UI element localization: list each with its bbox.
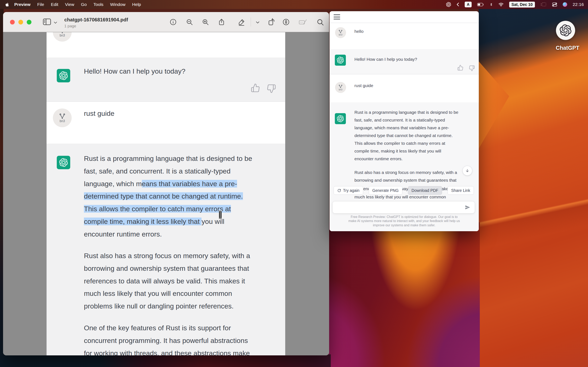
search-icon[interactable] [316, 18, 324, 26]
share-link-button[interactable]: Share Link [448, 186, 474, 195]
user-prompt-text: rust guide [84, 109, 114, 118]
answer-line: borrowing and ownership system that guar… [355, 177, 457, 183]
answer-line: Rust also has a strong focus on memory s… [84, 251, 250, 260]
openai-status-icon[interactable] [446, 2, 451, 7]
svg-text:bn3: bn3 [60, 34, 65, 37]
menu-go[interactable]: Go [81, 2, 87, 7]
openai-avatar [335, 113, 346, 124]
zoom-out-icon[interactable] [186, 18, 193, 26]
message-input[interactable] [333, 201, 475, 213]
share-icon[interactable] [218, 18, 225, 26]
control-center-icon[interactable] [552, 2, 557, 7]
wallpaper-ridge [479, 159, 588, 285]
assistant-greeting-text: Hello! How can I help you today? [355, 56, 417, 62]
assistant-greeting-text: Hello! How can I help you today? [84, 67, 185, 76]
zoom-in-icon[interactable] [202, 18, 209, 26]
date-badge[interactable]: Sat, Dec 10 [509, 2, 535, 8]
row-divider [329, 74, 479, 75]
answer-line: fast, safe, and concurrent. It is a stat… [355, 117, 445, 123]
zoom-button[interactable] [27, 20, 31, 25]
bluetooth-icon[interactable] [490, 2, 493, 7]
row-divider [47, 101, 285, 102]
chatgpt-logo-icon [556, 21, 575, 40]
pdf-viewport: bn3 Hello! How can I help you today? [3, 32, 329, 355]
answer-line: This allows the compiler to catch many e… [355, 140, 445, 146]
refresh-icon [337, 189, 341, 192]
menu-view[interactable]: View [65, 2, 74, 7]
user-avatar: bn3 [335, 82, 346, 93]
answer-line: compile time, making it less likely that… [84, 217, 224, 226]
answer-line: problems like null or dangling pointer r… [84, 301, 233, 310]
download-pdf-button[interactable]: Download PDF [408, 186, 442, 195]
menu-help[interactable]: Help [132, 2, 141, 7]
thumbs-down-icon [267, 84, 276, 94]
info-icon[interactable] [169, 18, 177, 26]
apple-menu-icon[interactable] [5, 2, 9, 7]
menu-window[interactable]: Window [110, 2, 126, 7]
sidebar-chevron-down-icon[interactable] [54, 21, 57, 25]
answer-line: compile time, making it less likely that… [355, 148, 441, 154]
scroll-down-button[interactable] [462, 166, 472, 175]
preview-window: chatgpt-1670681691904.pdf 1 page [3, 12, 329, 355]
rotate-icon[interactable] [268, 18, 275, 27]
user-avatar: bn3 [53, 32, 72, 42]
wifi-icon[interactable] [498, 2, 504, 7]
send-icon[interactable] [465, 205, 470, 211]
svg-text:bn3: bn3 [339, 88, 342, 91]
siri-icon[interactable] [563, 2, 567, 7]
try-again-button[interactable]: Try again [334, 186, 363, 195]
answer-line: for working with threads, and these abst… [84, 349, 250, 355]
annotate-pen-icon[interactable] [282, 18, 290, 26]
close-button[interactable] [10, 20, 15, 25]
chatgpt-window: bn3 hello Hello! How can I help you toda… [329, 11, 479, 231]
menu-bar: Preview File Edit View Go Tools Window H… [0, 0, 588, 9]
footer-disclaimer-line: improve our systems and make them safer. [329, 223, 479, 227]
desktop: ChatGPT Preview File Edit View Go Tools … [0, 0, 588, 367]
ibeam-cursor-icon [218, 210, 223, 220]
menu-tools[interactable]: Tools [94, 2, 104, 7]
document-title: chatgpt-1670681691904.pdf [64, 17, 128, 23]
footer-disclaimer-line: make AI systems more natural to interact… [329, 219, 479, 223]
toolbar-divider [251, 17, 251, 26]
menu-app-name[interactable]: Preview [14, 2, 30, 7]
sidebar-toggle-icon[interactable] [43, 18, 52, 26]
answer-line: Rust is a programming language that is d… [84, 154, 252, 163]
screen-mirroring-icon[interactable] [540, 2, 546, 7]
chevron-left-icon[interactable] [457, 2, 459, 7]
thumbs-up-icon[interactable] [457, 65, 463, 72]
answer-line: borrowing and ownership system that guar… [84, 264, 249, 273]
answer-line: This allows the compiler to catch many e… [84, 204, 231, 213]
input-source-badge[interactable]: A [465, 2, 472, 7]
answer-line: fast, safe, and concurrent. It is a stat… [84, 167, 231, 175]
desktop-icon-chatgpt[interactable]: ChatGPT [556, 21, 575, 51]
hamburger-menu-icon[interactable] [334, 15, 340, 19]
svg-text:bn3: bn3 [339, 33, 342, 36]
markup-pencil-icon[interactable] [238, 18, 245, 26]
answer-line: encounter runtime errors. [84, 230, 162, 239]
footer-disclaimer-line: Free Research Preview: ChatGPT is optimi… [329, 215, 479, 219]
preview-toolbar: chatgpt-1670681691904.pdf 1 page [3, 12, 329, 32]
answer-line: language, which means that variables hav… [84, 179, 237, 188]
fill-sign-icon[interactable] [299, 19, 307, 26]
answer-line: much less likely that you will encounter… [84, 289, 232, 298]
markup-chevron-down-icon[interactable] [256, 21, 259, 25]
answer-line: Rust also has a strong focus on memory s… [355, 169, 457, 175]
menu-file[interactable]: File [37, 2, 44, 7]
answer-line: One of the key features of Rust is its s… [84, 323, 231, 332]
generate-png-button[interactable]: Generate PNG [369, 186, 402, 195]
minimize-button[interactable] [18, 20, 23, 25]
clock: 22:16 [573, 2, 584, 7]
menu-edit[interactable]: Edit [51, 2, 58, 7]
openai-avatar [335, 55, 346, 66]
thumbs-up-icon [251, 83, 260, 93]
desktop-icon-label: ChatGPT [556, 45, 575, 51]
page-count: 1 page [64, 24, 76, 28]
answer-line: language, which means that variables hav… [355, 125, 449, 131]
assistant-message-row [47, 58, 285, 101]
answer-line: Rust is a programming language that is d… [355, 109, 458, 115]
wallpaper-bottom-middle [319, 222, 480, 367]
wallpaper-bottom-left [0, 354, 331, 367]
battery-icon[interactable] [477, 3, 484, 6]
answer-line: determined type that cannot be changed a… [355, 133, 453, 139]
thumbs-down-icon[interactable] [469, 65, 475, 72]
